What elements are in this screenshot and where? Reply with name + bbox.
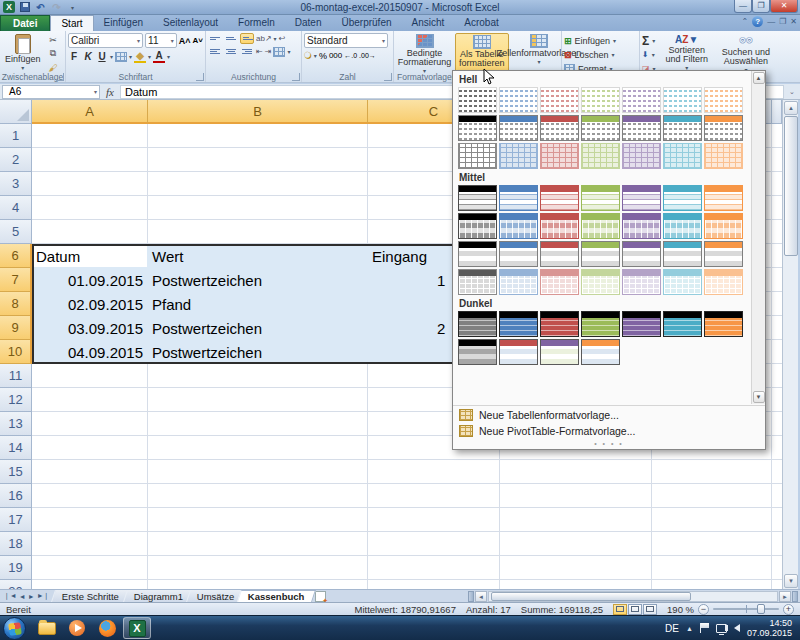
gallery-scroll-down-icon[interactable]: ▼ bbox=[753, 391, 765, 403]
speaker-icon[interactable] bbox=[734, 624, 740, 632]
table-style-dunkel-r2-c1[interactable] bbox=[458, 339, 497, 365]
table-style-dunkel-r1-c7[interactable] bbox=[704, 311, 743, 337]
row-header-18[interactable]: 18 bbox=[0, 532, 32, 556]
prev-sheet-icon[interactable]: ◄ bbox=[19, 593, 26, 600]
fill-button[interactable]: ⬇▾ bbox=[642, 48, 656, 61]
shrink-font-button[interactable]: A˅ bbox=[193, 36, 203, 45]
table-style-hell-r2-c6[interactable] bbox=[663, 115, 702, 141]
table-style-hell-r2-c1[interactable] bbox=[458, 115, 497, 141]
grow-font-button[interactable]: A˄ bbox=[179, 36, 191, 46]
align-top-button[interactable] bbox=[208, 33, 222, 44]
minimize-button[interactable]: — bbox=[734, 0, 752, 13]
table-style-mittel-r3-c5[interactable] bbox=[622, 241, 661, 267]
table-style-hell-r1-c5[interactable] bbox=[622, 87, 661, 113]
cell-B6[interactable]: Wert bbox=[152, 244, 183, 268]
table-style-dunkel-r1-c5[interactable] bbox=[622, 311, 661, 337]
accounting-format-button[interactable]: 🔾 bbox=[304, 50, 312, 61]
table-style-mittel-r1-c2[interactable] bbox=[499, 185, 538, 211]
column-header-B[interactable]: B bbox=[148, 100, 368, 124]
column-header-x[interactable] bbox=[772, 100, 782, 124]
table-style-mittel-r4-c6[interactable] bbox=[663, 269, 702, 295]
table-style-hell-r1-c2[interactable] bbox=[499, 87, 538, 113]
tab-einfgen[interactable]: Einfügen bbox=[94, 15, 153, 31]
row-header-19[interactable]: 19 bbox=[0, 556, 32, 580]
start-button[interactable] bbox=[3, 617, 26, 640]
language-indicator[interactable]: DE bbox=[665, 623, 679, 634]
table-style-dunkel-r1-c3[interactable] bbox=[540, 311, 579, 337]
tab-formeln[interactable]: Formeln bbox=[228, 15, 285, 31]
cut-button[interactable]: ✂ bbox=[46, 33, 61, 46]
table-style-dunkel-r1-c6[interactable] bbox=[663, 311, 702, 337]
table-style-mittel-r2-c1[interactable] bbox=[458, 213, 497, 239]
doc-minimize-icon[interactable]: — bbox=[767, 17, 775, 26]
table-style-mittel-r2-c7[interactable] bbox=[704, 213, 743, 239]
table-style-mittel-r2-c3[interactable] bbox=[540, 213, 579, 239]
table-style-mittel-r1-c4[interactable] bbox=[581, 185, 620, 211]
row-header-11[interactable]: 11 bbox=[0, 364, 32, 388]
cell-A8[interactable]: 02.09.2015 bbox=[32, 292, 143, 316]
row-header-1[interactable]: 1 bbox=[0, 124, 32, 148]
table-style-dunkel-r1-c2[interactable] bbox=[499, 311, 538, 337]
tab-datei[interactable]: Datei bbox=[0, 15, 50, 31]
sheet-tab-diagramm1[interactable]: Diagramm1 bbox=[123, 590, 194, 602]
taskbar-explorer-button[interactable] bbox=[33, 617, 61, 639]
last-sheet-icon[interactable]: ►❘ bbox=[37, 592, 50, 600]
column-header-A[interactable]: A bbox=[32, 100, 148, 124]
table-style-mittel-r4-c1[interactable] bbox=[458, 269, 497, 295]
table-style-hell-r3-c3[interactable] bbox=[540, 143, 579, 169]
sort-filter-button[interactable]: AZ▼ Sortieren und Filtern ▾ bbox=[659, 33, 715, 75]
cell-A10[interactable]: 04.09.2015 bbox=[32, 340, 143, 364]
row-header-13[interactable]: 13 bbox=[0, 412, 32, 436]
paste-button[interactable]: Einfügen ▾ bbox=[2, 33, 44, 74]
alignment-dialog-launcher[interactable] bbox=[292, 73, 300, 81]
cell-B9[interactable]: Postwertzeichen bbox=[152, 316, 262, 340]
taskbar-firefox-button[interactable] bbox=[93, 617, 121, 639]
cell-C7[interactable]: 1 bbox=[437, 268, 452, 292]
doc-close-icon[interactable]: ✕ bbox=[790, 17, 797, 26]
taskbar-media-player-button[interactable] bbox=[63, 617, 91, 639]
row-header-9[interactable]: 9 bbox=[0, 316, 32, 340]
align-bottom-button[interactable] bbox=[240, 33, 254, 44]
table-style-hell-r1-c4[interactable] bbox=[581, 87, 620, 113]
tab-splitter-handle[interactable] bbox=[468, 591, 474, 602]
table-style-hell-r3-c2[interactable] bbox=[499, 143, 538, 169]
tab-daten[interactable]: Daten bbox=[285, 15, 332, 31]
row-header-15[interactable]: 15 bbox=[0, 460, 32, 484]
row-header-10[interactable]: 10 bbox=[0, 340, 32, 364]
horizontal-scrollbar[interactable]: ◄ ► bbox=[468, 590, 800, 602]
table-style-mittel-r4-c7[interactable] bbox=[704, 269, 743, 295]
percent-style-button[interactable]: % bbox=[319, 51, 327, 61]
cell-C9[interactable]: 2 bbox=[437, 316, 452, 340]
table-style-mittel-r2-c6[interactable] bbox=[663, 213, 702, 239]
tab-acrobat[interactable]: Acrobat bbox=[454, 15, 508, 31]
name-box[interactable]: A6▾ bbox=[2, 85, 100, 99]
cell-B8[interactable]: Pfand bbox=[152, 292, 191, 316]
new-pivot-style-menu-item[interactable]: Neue PivotTable-Formatvorlage... bbox=[453, 423, 765, 439]
font-color-button[interactable]: A bbox=[153, 50, 165, 63]
horizontal-scroll-track[interactable] bbox=[488, 591, 778, 602]
find-select-button[interactable]: ⌾⌾ Suchen und Auswählen ▾ bbox=[718, 33, 774, 75]
ribbon-collapse-icon[interactable]: ⌃ bbox=[741, 17, 748, 26]
table-style-mittel-r3-c6[interactable] bbox=[663, 241, 702, 267]
table-style-mittel-r1-c7[interactable] bbox=[704, 185, 743, 211]
cell-A7[interactable]: 01.09.2015 bbox=[32, 268, 143, 292]
restore-button[interactable]: ❐ bbox=[752, 0, 770, 13]
cell-B7[interactable]: Postwertzeichen bbox=[152, 268, 262, 292]
table-style-mittel-r3-c1[interactable] bbox=[458, 241, 497, 267]
align-left-button[interactable] bbox=[208, 46, 222, 57]
action-center-icon[interactable] bbox=[700, 623, 709, 633]
table-style-mittel-r2-c5[interactable] bbox=[622, 213, 661, 239]
table-style-hell-r2-c3[interactable] bbox=[540, 115, 579, 141]
doc-restore-icon[interactable]: ❐ bbox=[779, 17, 786, 26]
insert-cells-button[interactable]: ⊞ Einfügen▾ bbox=[564, 34, 637, 47]
close-button[interactable]: ✕ bbox=[770, 0, 798, 13]
table-style-hell-r1-c7[interactable] bbox=[704, 87, 743, 113]
table-style-dunkel-r2-c2[interactable] bbox=[499, 339, 538, 365]
table-style-mittel-r4-c5[interactable] bbox=[622, 269, 661, 295]
vertical-scroll-thumb[interactable] bbox=[784, 116, 798, 256]
align-middle-button[interactable] bbox=[224, 33, 238, 44]
tab-seitenlayout[interactable]: Seitenlayout bbox=[153, 15, 228, 31]
sheet-tab-umstze[interactable]: Umsätze bbox=[186, 590, 245, 602]
page-break-view-button[interactable] bbox=[643, 604, 657, 615]
right-splitter-handle[interactable] bbox=[792, 591, 798, 602]
